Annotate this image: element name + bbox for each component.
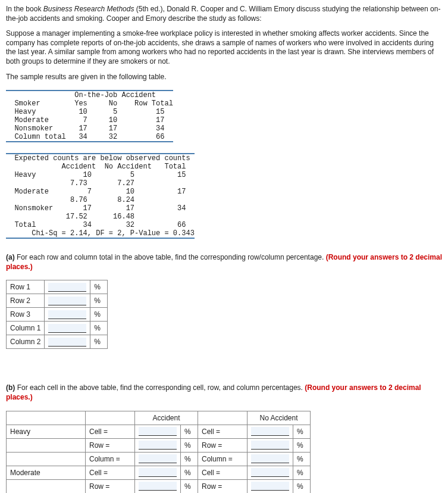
input-cell [45,294,90,308]
cell-label: Cell = [198,425,248,438]
table-row: Row 2% [7,294,108,308]
input-cell [45,280,90,294]
intro-paragraph-3: The sample results are given in the foll… [6,73,443,82]
pct-label: % [90,280,108,294]
blank-header [86,411,135,425]
pct-label: % [181,438,198,452]
input-cell [135,425,181,438]
qa-text: For each row and column total in the abo… [15,253,326,261]
row1-input[interactable] [48,283,86,292]
accident-header: Accident [135,411,198,425]
input-cell [45,322,90,335]
heavy-label: Heavy [7,425,86,438]
question-a: (a) For each row and column total in the… [6,253,443,272]
pct-label: % [181,425,198,438]
table-b-inputs: Accident No Accident Heavy Cell = % Cell… [6,411,311,493]
pct-label: % [293,466,311,479]
col2-label: Column 2 [7,335,45,349]
question-b: (b) For each cell in the above table, fi… [6,383,443,402]
input-cell [248,479,293,493]
heavy-noacc-col-input[interactable] [251,454,289,463]
input-cell [45,308,90,322]
blank-header [198,411,248,425]
heavy-acc-col-input[interactable] [139,454,177,463]
row-label: Row = [198,479,248,493]
pct-label: % [90,308,108,322]
row1-label: Row 1 [7,280,45,294]
input-cell [248,438,293,452]
heavy-noacc-row-input[interactable] [251,441,289,450]
table-row: Row = % Row = % [7,479,311,493]
row-label: Row = [198,438,248,452]
cell-label: Cell = [86,466,135,479]
col2-input[interactable] [48,338,86,347]
pct-label: % [293,479,311,493]
table-row: Row 1% [7,280,108,294]
pct-label: % [181,466,198,479]
heavy-acc-cell-input[interactable] [139,427,177,436]
cell-label: Cell = [86,425,135,438]
book-title: Business Research Methods [43,5,134,13]
qa-label: (a) [6,253,15,261]
input-cell [248,452,293,466]
pct-label: % [90,335,108,349]
moderate-noacc-row-input[interactable] [251,482,289,491]
table-row: Column = % Column = % [7,452,311,466]
pct-label: % [293,425,311,438]
input-cell [135,466,181,479]
row3-label: Row 3 [7,308,45,322]
blank-cell [7,479,86,493]
table-row: Heavy Cell = % Cell = % [7,425,311,438]
pct-label: % [293,452,311,466]
col1-input[interactable] [48,324,86,333]
observed-counts-table: On-the-Job Accident Smoker Yes No Row To… [6,90,173,142]
input-cell [248,466,293,479]
pct-label: % [90,322,108,335]
table-row: Column 2% [7,335,108,349]
table-a-inputs: Row 1% Row 2% Row 3% Column 1% Column 2% [6,280,108,349]
table-row: Moderate Cell = % Cell = % [7,466,311,479]
row-label: Row = [86,479,135,493]
row2-label: Row 2 [7,294,45,308]
intro-paragraph-2: Suppose a manager implementing a smoke-f… [6,29,443,66]
table-row: Column 1% [7,322,108,335]
moderate-label: Moderate [7,466,86,479]
input-cell [135,452,181,466]
row-label: Row = [86,438,135,452]
pct-label: % [293,438,311,452]
qb-label: (b) [6,383,15,392]
heavy-acc-row-input[interactable] [139,441,177,450]
expected-counts-table: Expected counts are below observed count… [6,153,195,239]
no-accident-header: No Accident [248,411,311,425]
input-cell [135,479,181,493]
table-row: Row = % Row = % [7,438,311,452]
input-cell [248,425,293,438]
row2-input[interactable] [48,297,86,305]
blank-cell [7,452,86,466]
cell-label: Cell = [198,466,248,479]
blank-cell [7,438,86,452]
header-row: Accident No Accident [7,411,311,425]
moderate-acc-cell-input[interactable] [139,468,177,477]
qb-text: For each cell in the above table, find t… [15,383,305,392]
intro-text-a: In the book [6,5,43,13]
pct-label: % [90,294,108,308]
moderate-acc-row-input[interactable] [139,482,177,491]
input-cell [135,438,181,452]
blank-header [7,411,86,425]
col-label: Column = [198,452,248,466]
col-label: Column = [86,452,135,466]
row3-input[interactable] [48,310,86,319]
heavy-noacc-cell-input[interactable] [251,427,289,436]
pct-label: % [181,452,198,466]
moderate-noacc-cell-input[interactable] [251,468,289,477]
input-cell [45,335,90,349]
table-row: Row 3% [7,308,108,322]
col1-label: Column 1 [7,322,45,335]
intro-paragraph-1: In the book Business Research Methods (5… [6,5,443,23]
pct-label: % [181,479,198,493]
